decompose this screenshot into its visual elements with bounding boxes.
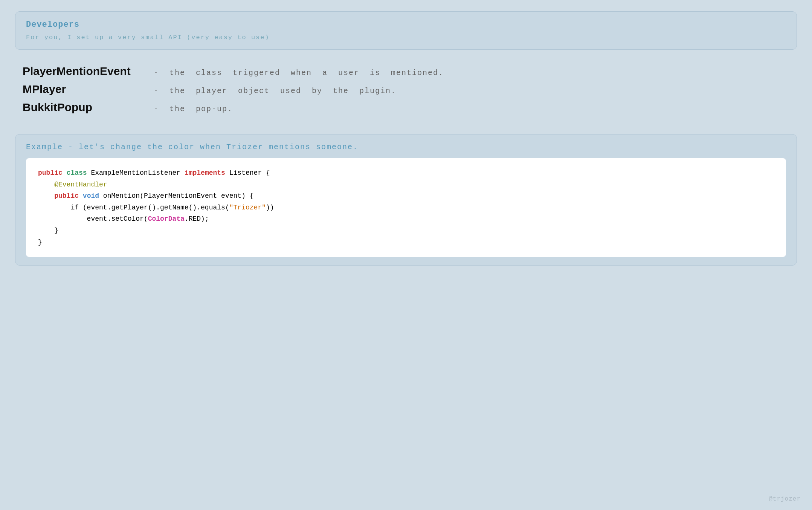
- code-line-7: }: [38, 237, 774, 248]
- developers-box: Developers For you, I set up a very smal…: [15, 11, 797, 50]
- api-class-name-mplayer: MPlayer: [23, 83, 143, 96]
- developers-title: Developers: [26, 20, 786, 29]
- code-line-4: if (event.getPlayer().getName().equals("…: [38, 202, 774, 214]
- code-line-6: }: [38, 225, 774, 237]
- api-list: PlayerMentionEvent - the class triggered…: [15, 65, 797, 119]
- api-description-player-mention-event: - the class triggered when a user is men…: [143, 69, 444, 77]
- code-line-1: public class ExampleMentionListener impl…: [38, 167, 774, 179]
- code-line-2: @EventHandler: [38, 179, 774, 191]
- api-item-bukkit-popup: BukkitPopup - the pop-up.: [23, 101, 789, 114]
- code-line-3: public void onMention(PlayerMentionEvent…: [38, 190, 774, 202]
- api-class-name-player-mention-event: PlayerMentionEvent: [23, 65, 143, 78]
- api-item-player-mention-event: PlayerMentionEvent - the class triggered…: [23, 65, 789, 78]
- code-line-5: event.setColor(ColorData.RED);: [38, 213, 774, 225]
- api-description-bukkit-popup: - the pop-up.: [143, 105, 233, 113]
- code-block: public class ExampleMentionListener impl…: [26, 158, 786, 257]
- example-box: Example - let's change the color when Tr…: [15, 134, 797, 266]
- api-item-mplayer: MPlayer - the player object used by the …: [23, 83, 789, 96]
- api-class-name-bukkit-popup: BukkitPopup: [23, 101, 143, 114]
- api-description-mplayer: - the player object used by the plugin.: [143, 87, 396, 95]
- watermark: @trjozer: [769, 496, 801, 502]
- example-title: Example - let's change the color when Tr…: [26, 143, 786, 151]
- developers-subtitle: For you, I set up a very small API (very…: [26, 34, 786, 41]
